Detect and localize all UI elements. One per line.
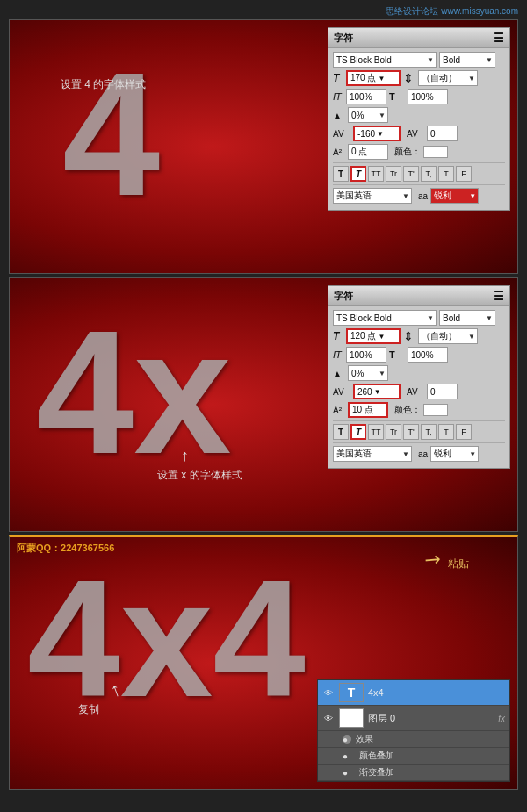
style-btn-Ts-2[interactable]: T: [438, 424, 454, 440]
font-name-value-2: TS Block Bold: [336, 313, 392, 323]
font-name-select-1[interactable]: TS Block Bold ▼: [333, 52, 437, 68]
font-name-select-2[interactable]: TS Block Bold ▼: [333, 310, 437, 326]
leading-select-1[interactable]: （自动） ▼: [418, 70, 478, 86]
leading-select-2[interactable]: （自动） ▼: [418, 328, 478, 344]
divider-2-2: [333, 442, 505, 443]
kerning-arrow-1: ▼: [377, 130, 384, 138]
panel1-big-text: 4: [62, 47, 160, 222]
color-swatch-1[interactable]: [423, 146, 448, 158]
leading-icon-2: ⇕: [403, 329, 415, 343]
hscale-icon-1: T: [389, 91, 405, 102]
vscale-input-1[interactable]: 100%: [346, 89, 386, 104]
char-panel-2-menu: ☰: [493, 289, 504, 303]
baseline-value-1: 0 点: [351, 146, 367, 158]
char-panel-1-title: 字符 ☰: [328, 28, 509, 48]
paste-arrow-icon: ↗: [419, 545, 446, 572]
layer-item-layer0[interactable]: 👁 图层 0 fx: [318, 706, 509, 731]
panel-2: 4x 设置 x 的字体样式 ↑ 字符 ☰ TS Block Bold ▼ Bol…: [9, 277, 518, 532]
lang-select-1[interactable]: 美国英语 ▼: [333, 188, 412, 204]
kerning-value-1: -160: [357, 129, 375, 139]
font-style-value-1: Bold: [443, 55, 460, 65]
style-btn-Ts-1[interactable]: T: [438, 166, 454, 182]
lang-arrow-1: ▼: [402, 192, 409, 200]
font-style-select-1[interactable]: Bold ▼: [439, 52, 495, 68]
style-btn-F-1[interactable]: F: [456, 166, 472, 182]
lang-row-1: 美国英语 ▼ aa 锐利 ▼: [333, 188, 505, 204]
effects-label-text: 效果: [356, 733, 373, 745]
tracking-row-1: ▲ 0% ▼: [333, 107, 505, 123]
kerning-input-1[interactable]: -160 ▼: [353, 126, 401, 141]
style-btn-Tp-2[interactable]: T': [403, 424, 419, 440]
kerning-input-2[interactable]: 260 ▼: [353, 384, 401, 399]
baseline-input-2[interactable]: 10 点: [348, 402, 388, 418]
sharp-value-2: 锐利: [434, 448, 451, 460]
av-input-2[interactable]: 0: [427, 384, 458, 399]
vscale-input-2[interactable]: 100%: [346, 347, 386, 363]
style-btn-TI-1[interactable]: T: [350, 166, 366, 182]
sharp-select-2[interactable]: 锐利 ▼: [430, 446, 479, 462]
style-btn-TT-2[interactable]: TT: [368, 424, 384, 440]
size-icon-1: T: [333, 72, 343, 84]
hscale-input-1[interactable]: 100%: [408, 89, 448, 104]
color-label-2: 颜色：: [394, 404, 421, 416]
layer-item-4x4[interactable]: 👁 T 4x4: [318, 680, 509, 706]
tracking-input-1[interactable]: 0% ▼: [348, 107, 388, 123]
size-icon-2: T: [333, 330, 343, 342]
style-btn-Tp-1[interactable]: T': [403, 166, 419, 182]
style-btn-Tc-2[interactable]: T,: [421, 424, 437, 440]
lang-select-2[interactable]: 美国英语 ▼: [333, 446, 412, 462]
layer-thumb-layer0: [339, 708, 364, 728]
panel2-label: 设置 x 的字体样式: [157, 468, 242, 483]
panel-1: 4 设置 4 的字体样式 字符 ☰ TS Block Bold ▼ Bold ▼…: [9, 19, 518, 274]
style-btn-T-1[interactable]: T: [333, 166, 349, 182]
tracking-input-2[interactable]: 0% ▼: [348, 365, 388, 381]
sharp-select-1[interactable]: 锐利 ▼: [430, 188, 479, 204]
layer-eye-4x4[interactable]: 👁: [322, 686, 335, 699]
av-value-1: 0: [430, 129, 436, 139]
tracking-arrow-2: ▼: [379, 370, 386, 377]
baseline-value-2: 10 点: [352, 404, 373, 416]
size-arrow-1: ▼: [378, 75, 385, 83]
av-icon-1: AV: [407, 129, 424, 139]
char-panel-1-menu: ☰: [493, 31, 504, 45]
lang-arrow-2: ▼: [402, 450, 409, 458]
style-btn-T-2[interactable]: T: [333, 424, 349, 440]
style-btn-Tr-2[interactable]: Tr: [386, 424, 401, 440]
style-buttons-row-2: T T TT Tr T' T, T F: [333, 424, 505, 440]
sharp-value-1: 锐利: [434, 190, 451, 202]
sharp-arrow-1: ▼: [469, 192, 476, 200]
style-btn-TI-2[interactable]: T: [350, 424, 366, 440]
style-buttons-row-1: T T TT Tr T' T, T F: [333, 166, 505, 182]
hscale-input-2[interactable]: 100%: [408, 347, 448, 363]
hscale-value-2: 100%: [411, 350, 434, 360]
style-btn-F-2[interactable]: F: [456, 424, 472, 440]
style-btn-Tr-1[interactable]: Tr: [386, 166, 401, 182]
baseline-row-2: A² 10 点 颜色：: [333, 402, 505, 418]
size-row-2: T 120 点 ▼ ⇕ （自动） ▼: [333, 328, 505, 344]
font-name-value-1: TS Block Bold: [336, 55, 392, 65]
baseline-icon-2: A²: [333, 406, 345, 415]
size-input-1[interactable]: 170 点 ▼: [346, 70, 401, 86]
kerning-arrow-2: ▼: [374, 388, 381, 396]
font-style-select-2[interactable]: Bold ▼: [439, 310, 495, 326]
tracking-icon-2: ▲: [333, 369, 345, 378]
aa-label-2: aa: [418, 449, 428, 459]
effect2-text: 渐变叠加: [359, 766, 394, 779]
av-icon-2: AV: [407, 387, 424, 397]
lang-value-1: 美国英语: [336, 190, 372, 202]
kerning-icon-1: AV: [333, 129, 350, 139]
baseline-input-1[interactable]: 0 点: [348, 144, 388, 160]
style-btn-TT-1[interactable]: TT: [368, 166, 384, 182]
style-btn-Tc-1[interactable]: T,: [421, 166, 437, 182]
layer-eye-layer0[interactable]: 👁: [322, 712, 335, 724]
char-panel-1-body: TS Block Bold ▼ Bold ▼ T 170 点 ▼ ⇕ （自动）: [328, 48, 509, 210]
tracking-arrow-1: ▼: [379, 111, 386, 119]
color-swatch-2[interactable]: [423, 404, 448, 416]
av-input-1[interactable]: 0: [427, 126, 458, 141]
vscale-icon-1: IT: [333, 91, 343, 102]
panel2-big-text: 4x: [36, 305, 231, 480]
layer-effect-1: ● 颜色叠加: [318, 748, 509, 765]
size-input-2[interactable]: 120 点 ▼: [346, 328, 401, 344]
tracking-value-1: 0%: [351, 111, 364, 120]
font-name-arrow-1: ▼: [427, 56, 434, 64]
